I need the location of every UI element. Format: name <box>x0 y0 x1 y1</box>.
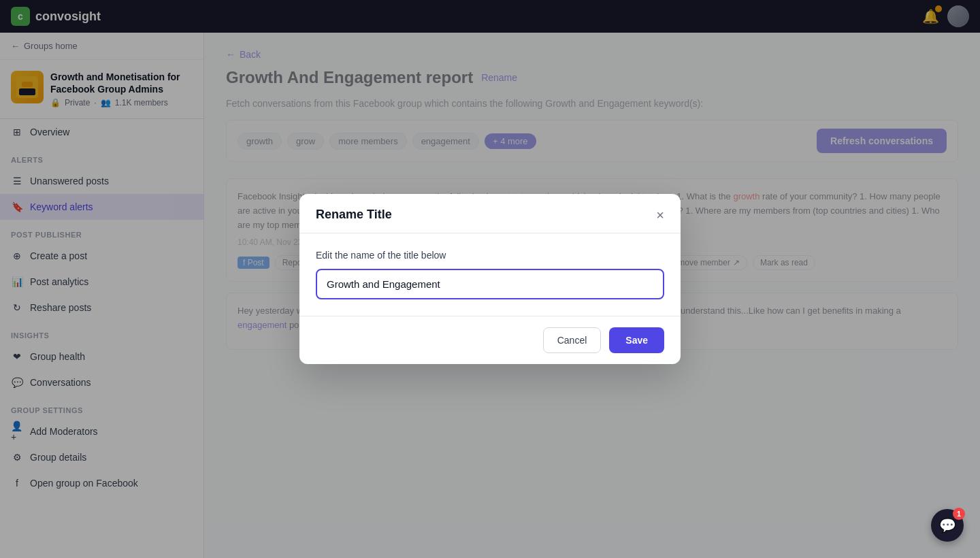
modal-title: Rename Title <box>316 208 392 222</box>
modal-body: Edit the name of the title below <box>299 233 681 316</box>
chat-badge: 1 <box>953 508 965 520</box>
modal-header: Rename Title × <box>299 194 681 233</box>
rename-input[interactable] <box>316 269 664 299</box>
cancel-button[interactable]: Cancel <box>543 327 602 353</box>
modal-backdrop: Rename Title × Edit the name of the titl… <box>0 0 980 558</box>
save-button[interactable]: Save <box>609 327 664 353</box>
modal-instruction-label: Edit the name of the title below <box>316 250 664 261</box>
chat-bubble-button[interactable]: 💬 1 <box>931 509 964 542</box>
rename-modal: Rename Title × Edit the name of the titl… <box>299 194 681 364</box>
modal-footer: Cancel Save <box>299 316 681 364</box>
modal-close-button[interactable]: × <box>656 208 664 222</box>
